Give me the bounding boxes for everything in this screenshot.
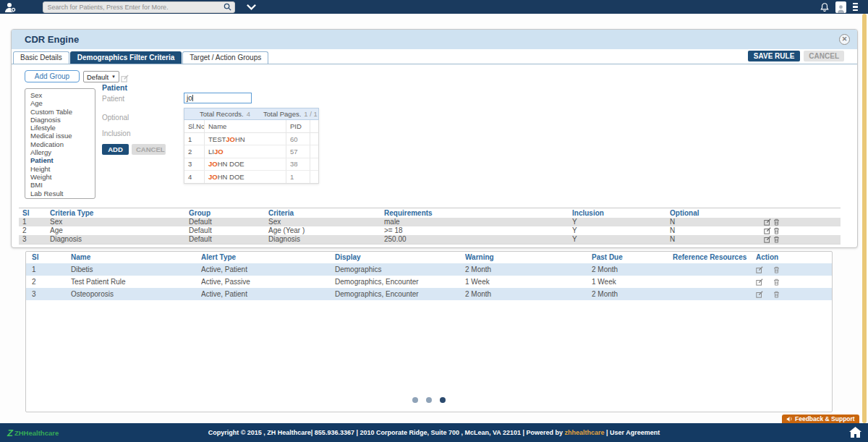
lookup-name: JOHN DOE	[204, 158, 286, 170]
add-button[interactable]: ADD	[102, 144, 129, 155]
criteria-type-option-medical-issue[interactable]: Medical issue	[25, 132, 95, 140]
tab-demographics-filter-criteria[interactable]: Demographics Filter Criteria	[70, 51, 182, 64]
apps-grid-icon[interactable]	[24, 2, 33, 12]
criteria-type-option-weight[interactable]: Weight	[25, 173, 95, 181]
criteria-cell: Default	[189, 226, 268, 235]
trash-icon[interactable]	[773, 291, 780, 298]
total-records-label: Total Records.	[200, 110, 244, 118]
trash-icon[interactable]	[773, 218, 780, 226]
criteria-type-option-bmi[interactable]: BMI	[25, 181, 95, 189]
rules-panel: SlNameAlert TypeDisplayWarningPast DueRe…	[25, 251, 833, 412]
trash-icon[interactable]	[773, 236, 780, 243]
rule-row: 3OsteoporosisActive, PatientDemographics…	[26, 288, 832, 300]
criteria-type-option-lifestyle[interactable]: Lifestyle	[25, 124, 95, 132]
criteria-row: 3DiagnosisDefaultDiagnosis250.00YN	[19, 235, 841, 244]
patient-label: Patient	[102, 95, 124, 103]
lookup-table: Sl.NoNamePID 1TEST JOHN602LIJO573JOHN DO…	[184, 120, 319, 184]
chevron-down-icon[interactable]	[246, 4, 257, 10]
tab-basic-details[interactable]: Basic Details	[13, 51, 69, 64]
add-patient-icon[interactable]	[4, 2, 16, 12]
edit-icon[interactable]	[764, 218, 771, 226]
tab-target-action-groups[interactable]: Target / Action Groups	[182, 51, 268, 64]
criteria-type-option-lab-result[interactable]: Lab Result	[25, 190, 95, 197]
rule-cell: 2 Month	[592, 263, 673, 276]
criteria-cell: 3	[22, 235, 50, 244]
lookup-row-spacer	[310, 171, 318, 182]
edit-icon[interactable]	[756, 279, 763, 286]
search-icon[interactable]	[224, 3, 231, 11]
criteria-type-option-height[interactable]: Height	[25, 165, 95, 173]
criteria-type-option-custom-table[interactable]: Custom Table	[25, 108, 95, 116]
patient-lookup-row[interactable]: 3JOHN DOE38	[184, 158, 318, 171]
criteria-cell: Y	[572, 226, 670, 235]
copyright-text: Copyright © 2015 , ZH Healthcare| 855.93…	[208, 429, 565, 436]
rules-column-sl: Sl	[32, 252, 71, 263]
criteria-type-option-age[interactable]: Age	[25, 99, 95, 107]
patient-lookup-row[interactable]: 1TEST JOHN60	[184, 133, 318, 145]
menu-icon[interactable]	[853, 3, 858, 11]
save-rule-button[interactable]: SAVE RULE	[748, 51, 801, 61]
edit-icon[interactable]	[756, 266, 763, 273]
rule-cell	[673, 288, 756, 300]
trash-icon[interactable]	[773, 227, 780, 234]
pagination-dots	[26, 397, 832, 403]
criteria-row-actions	[764, 226, 841, 235]
rule-cell: Active, Passive	[201, 276, 335, 288]
rule-cell: 2 Month	[465, 263, 592, 276]
criteria-type-option-sex[interactable]: Sex	[25, 91, 95, 99]
cancel-button[interactable]: CANCEL	[804, 51, 844, 61]
criteria-row-actions	[764, 235, 841, 244]
close-icon[interactable]: ✕	[839, 34, 850, 45]
lookup-name: LIJO	[204, 145, 286, 157]
rule-cell: 1	[32, 263, 71, 276]
page-dot-2[interactable]	[426, 397, 432, 403]
criteria-type-option-allergy[interactable]: Allergy	[25, 148, 95, 156]
criteria-cell: 2	[22, 226, 50, 235]
rules-column-warning: Warning	[465, 252, 592, 263]
modal-title: CDR Engine	[25, 34, 79, 45]
patient-criteria-input[interactable]: jo	[184, 93, 252, 103]
lookup-pid: 57	[286, 145, 310, 157]
criteria-row: 2AgeDefaultAge (Year )>= 18YN	[19, 226, 841, 235]
rule-cell: Demographics, Encounter	[335, 276, 465, 288]
feedback-support-button[interactable]: Feedback & Support	[782, 415, 859, 423]
edit-icon[interactable]	[764, 227, 771, 234]
rule-cell: 3	[32, 288, 71, 300]
criteria-type-list[interactable]: SexAgeCustom TableDiagnosisLifestyleMedi…	[25, 88, 95, 199]
edge-scrollbar[interactable]	[862, 14, 867, 423]
edit-icon[interactable]	[756, 291, 763, 298]
criteria-column-criteria-type: Criteria Type	[50, 208, 189, 218]
criteria-type-option-medication[interactable]: Medication	[25, 140, 95, 148]
home-icon[interactable]	[849, 427, 861, 438]
patient-search-input[interactable]	[46, 4, 224, 11]
rules-table-header: SlNameAlert TypeDisplayWarningPast DueRe…	[26, 252, 832, 263]
lookup-column-name: Name	[204, 120, 286, 132]
patient-lookup-row[interactable]: 2LIJO57	[184, 145, 318, 158]
avatar[interactable]	[835, 1, 846, 13]
page-dot-3[interactable]	[440, 397, 446, 403]
add-group-button[interactable]: Add Group	[25, 70, 80, 82]
edit-icon[interactable]	[764, 236, 771, 243]
criteria-type-option-diagnosis[interactable]: Diagnosis	[25, 116, 95, 124]
patient-lookup-row[interactable]: 4JOHN DOE1	[184, 171, 318, 182]
form-cancel-button[interactable]: CANCEL	[132, 144, 166, 155]
page-dot-1[interactable]	[412, 397, 418, 403]
powered-by-link[interactable]: zhhealthcare	[565, 429, 605, 436]
criteria-table: SlCriteria TypeGroupCriteriaRequirements…	[19, 208, 841, 245]
criteria-section-title: Patient	[102, 83, 127, 92]
modal-header: CDR Engine ✕	[12, 30, 857, 49]
trash-icon[interactable]	[773, 279, 780, 286]
lookup-row-spacer	[310, 133, 318, 145]
patient-search-box[interactable]	[43, 1, 235, 13]
criteria-column-optional: Optional	[670, 208, 764, 218]
trash-icon[interactable]	[773, 266, 780, 273]
footer-brand[interactable]: Z ZHHealthcare	[7, 428, 59, 438]
criteria-cell: >= 18	[384, 226, 572, 235]
criteria-cell: Y	[572, 218, 670, 226]
footer: Z ZHHealthcare Copyright © 2015 , ZH Hea…	[0, 423, 868, 442]
bell-icon[interactable]	[820, 2, 829, 12]
criteria-type-option-patient[interactable]: Patient	[25, 156, 95, 164]
group-select[interactable]: Default ▼	[83, 71, 119, 82]
name-post: HN DOE	[218, 160, 244, 168]
criteria-column-group: Group	[189, 208, 268, 218]
